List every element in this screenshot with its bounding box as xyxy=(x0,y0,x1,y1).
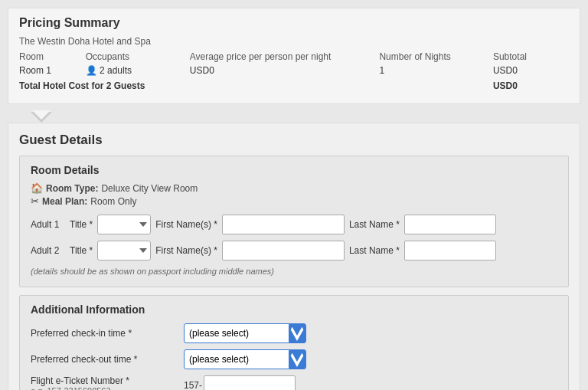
col-header-subtotal: Subtotal xyxy=(493,50,569,64)
room-type-value: Deluxe City View Room xyxy=(101,183,198,194)
guest-details-title: Guest Details xyxy=(19,133,569,148)
adult-1-lastname-label: Last Name * xyxy=(349,219,400,230)
total-row: Total Hotel Cost for 2 Guests USD0 xyxy=(19,77,569,93)
meal-plan-value: Room Only xyxy=(90,196,136,207)
pricing-table: Room Occupants Average price per person … xyxy=(19,50,569,93)
room-details-title: Room Details xyxy=(31,164,557,176)
col-header-room: Room xyxy=(19,50,86,64)
adult-1-title-select[interactable]: Mr Mrs Ms Dr xyxy=(97,215,151,234)
occupants-icon: 👤 xyxy=(86,65,97,76)
adult-1-row: Adult 1 Title * Mr Mrs Ms Dr First Name(… xyxy=(31,215,557,234)
flight-ticket-row: Flight e-Ticket Number * e.g. 157-231569… xyxy=(31,375,557,390)
adult-2-firstname-input[interactable] xyxy=(222,241,345,261)
total-label: Total Hotel Cost for 2 Guests xyxy=(19,77,379,93)
additional-info-box: Additional Information Preferred check-i… xyxy=(19,295,569,390)
total-value: USD0 xyxy=(493,77,569,93)
flight-ticket-example: e.g. 157-2315698563 xyxy=(31,386,184,390)
scissors-icon: ✂ xyxy=(31,195,39,207)
adult-1-firstname-label: First Name(s) * xyxy=(155,219,217,230)
passport-note: (details should be as shown on passport … xyxy=(31,267,557,276)
flight-ticket-input[interactable] xyxy=(204,375,296,390)
avg-price-cell: USD0 xyxy=(190,64,380,77)
col-header-num-nights: Number of Nights xyxy=(379,50,493,64)
table-row: Room 1 👤 2 adults USD0 1 USD0 xyxy=(19,64,569,77)
pricing-summary-section: Pricing Summary The Westin Doha Hotel an… xyxy=(8,8,580,104)
room-cell: Room 1 xyxy=(19,64,86,77)
checkout-time-label: Preferred check-out time * xyxy=(31,354,184,365)
additional-info-title: Additional Information xyxy=(31,303,557,316)
col-header-avg-price: Average price per person per night xyxy=(190,50,380,64)
guest-details-section: Guest Details Room Details 🏠 Room Type: … xyxy=(8,123,580,390)
checkin-time-select[interactable]: (please select) Early Morning Morning Af… xyxy=(184,323,306,343)
pricing-summary-title: Pricing Summary xyxy=(19,16,569,30)
adult-1-title-label: Title * xyxy=(70,219,93,230)
meal-plan-line: ✂ Meal Plan: Room Only xyxy=(31,195,557,207)
checkin-time-label: Preferred check-in time * xyxy=(31,328,184,339)
adult-2-lastname-label: Last Name * xyxy=(349,245,400,256)
occupants-cell: 👤 2 adults xyxy=(86,64,190,77)
num-nights-cell: 1 xyxy=(379,64,493,77)
adult-1-firstname-input[interactable] xyxy=(222,215,345,234)
adult-2-title-select[interactable]: Mr Mrs Ms Dr xyxy=(97,241,151,261)
hotel-name: The Westin Doha Hotel and Spa xyxy=(19,36,569,47)
room-type-line: 🏠 Room Type: Deluxe City View Room xyxy=(31,182,557,194)
room-type-label: Room Type: xyxy=(46,183,98,194)
adult-2-firstname-label: First Name(s) * xyxy=(155,245,217,256)
adult-2-label: Adult 2 xyxy=(31,245,65,256)
col-header-occupants: Occupants xyxy=(86,50,190,64)
flight-prefix: 157- xyxy=(184,380,202,390)
flight-label-block: Flight e-Ticket Number * e.g. 157-231569… xyxy=(31,375,184,390)
adult-2-title-label: Title * xyxy=(70,245,93,256)
adult-1-label: Adult 1 xyxy=(31,219,65,230)
arrow-connector xyxy=(8,112,580,123)
checkin-time-row: Preferred check-in time * (please select… xyxy=(31,323,557,343)
arrow-down-icon xyxy=(31,112,52,123)
meal-plan-label: Meal Plan: xyxy=(42,196,87,207)
adult-2-lastname-input[interactable] xyxy=(404,241,496,261)
flight-ticket-label: Flight e-Ticket Number * xyxy=(31,375,184,386)
house-icon: 🏠 xyxy=(31,182,43,194)
adult-1-lastname-input[interactable] xyxy=(404,215,496,234)
subtotal-cell: USD0 xyxy=(493,64,569,77)
checkout-time-select[interactable]: (please select) Early Morning Morning Af… xyxy=(184,349,306,369)
checkout-time-row: Preferred check-out time * (please selec… xyxy=(31,349,557,369)
room-details-box: Room Details 🏠 Room Type: Deluxe City Vi… xyxy=(19,156,569,287)
occupants-text: 2 adults xyxy=(100,65,132,76)
room-info: 🏠 Room Type: Deluxe City View Room ✂ Mea… xyxy=(31,182,557,207)
adult-2-row: Adult 2 Title * Mr Mrs Ms Dr First Name(… xyxy=(31,241,557,261)
